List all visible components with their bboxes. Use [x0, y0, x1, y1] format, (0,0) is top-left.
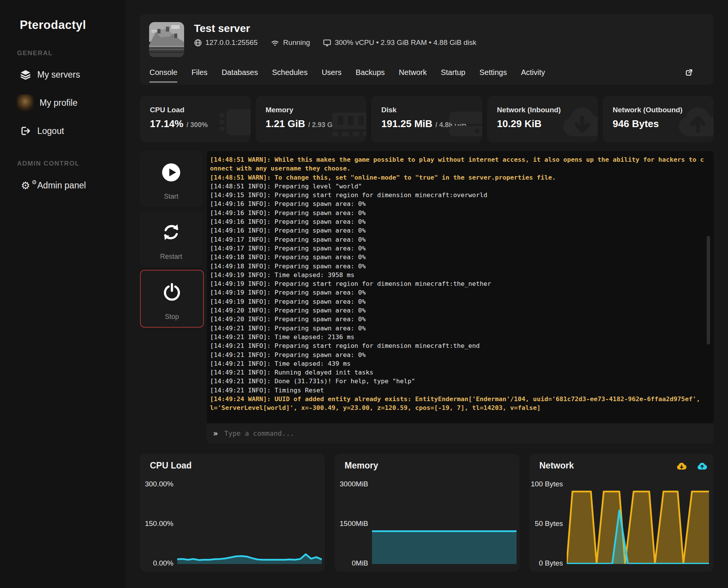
tab-settings[interactable]: Settings: [479, 68, 507, 83]
y-axis-label: 300.00%: [140, 480, 173, 488]
tab-databases[interactable]: Databases: [222, 68, 258, 83]
console-line: [14:49:21 INFO]: Preparing spawn area: 0…: [210, 351, 706, 359]
console-line: [14:49:20 INFO]: Preparing spawn area: 0…: [210, 315, 706, 323]
microchip-icon: [214, 101, 251, 142]
server-meta: 127.0.0.1:25565 Running 300% vCPU • 2.93…: [194, 38, 476, 47]
stat-label: Memory: [265, 106, 293, 114]
start-label: Start: [140, 193, 202, 201]
stat-limit: / 300%: [186, 121, 208, 129]
refresh-icon: [140, 223, 202, 242]
sidebar-item-logout[interactable]: Logout: [0, 122, 126, 140]
restart-label: Restart: [140, 253, 202, 261]
y-axis-label: 0 Bytes: [529, 559, 563, 567]
tab-network[interactable]: Network: [399, 68, 427, 83]
chevron-double-right-icon: »: [213, 429, 218, 438]
stat-value: 17.14%: [150, 118, 183, 129]
power-icon: [141, 282, 203, 301]
console-line: [14:49:15 INFO]: Preparing start region …: [210, 191, 706, 199]
console-line: [14:49:16 INFO]: Preparing spawn area: 0…: [210, 217, 706, 226]
stat-label: Disk: [381, 106, 396, 114]
server-address: 127.0.0.1:25565: [194, 38, 258, 47]
brand-logo[interactable]: Pterodactyl: [20, 18, 86, 32]
console-line: l='ServerLevel[world]', x=-300.49, y=23.…: [210, 403, 706, 412]
memory-chart-card: Memory 3000MiB 1500MiB 0MiB: [335, 454, 520, 572]
console-line: [14:49:19 INFO]: Time elapsed: 3958 ms: [210, 271, 706, 279]
console-line: [14:49:16 INFO]: Preparing spawn area: 0…: [210, 226, 706, 235]
stop-button[interactable]: Stop: [140, 270, 204, 328]
console-line: [14:49:21 INFO]: Running delayed init ta…: [210, 368, 706, 377]
cloud-download-icon: [561, 101, 598, 142]
console-scrollbar[interactable]: [707, 236, 710, 344]
stat-value: 1.21 GiB: [265, 118, 305, 129]
y-axis-label: 3000MiB: [335, 480, 368, 488]
stat-label: Network (Outbound): [613, 106, 683, 114]
tab-backups[interactable]: Backups: [356, 68, 385, 83]
layers-icon: [17, 69, 34, 80]
stats-row: CPU Load 17.14%/ 300% Memory 1.21 GiB/ 2…: [140, 96, 714, 142]
stat-card-memory: Memory 1.21 GiB/ 2.93 GiB: [256, 96, 366, 142]
y-axis-label: 150.00%: [140, 519, 173, 528]
server-header-card: Test server 127.0.0.1:25565 Running 300%…: [140, 14, 714, 85]
cloud-download-icon: [676, 461, 687, 471]
console-line: [14:48:51 WARN]: While this makes the ga…: [210, 155, 706, 164]
console-line: [14:49:18 INFO]: Preparing spawn area: 0…: [210, 262, 706, 271]
globe-icon: [194, 39, 202, 47]
console-line: [14:49:19 INFO]: Preparing spawn area: 0…: [210, 288, 706, 297]
y-axis-label: 1500MiB: [335, 519, 368, 528]
stat-label: Network (Inbound): [497, 106, 561, 114]
console-line: [14:49:24 WARN]: UUID of added entity al…: [210, 395, 706, 403]
command-bar: »: [207, 423, 714, 443]
memory-chart-plot: [372, 483, 517, 564]
cloud-upload-icon: [677, 101, 714, 142]
server-title: Test server: [194, 22, 250, 35]
console-line: [14:49:17 INFO]: Preparing spawn area: 0…: [210, 235, 706, 244]
sidebar-item-my-profile[interactable]: My profile: [0, 94, 126, 112]
console-line: [14:49:19 INFO]: Preparing start region …: [210, 279, 706, 288]
monitor-icon: [323, 39, 331, 47]
stat-card-network-inbound: Network (Inbound) 10.29 KiB: [487, 96, 598, 142]
logout-icon: [17, 126, 34, 136]
sidebar-section-admin-control: ADMIN CONTROL: [17, 160, 79, 167]
stat-value: 10.29 KiB: [497, 118, 542, 129]
play-circle-icon: [140, 163, 202, 182]
sidebar-item-admin-panel[interactable]: ⚙⚙ Admin panel: [0, 176, 126, 194]
console-line: [14:49:16 INFO]: Preparing spawn area: 0…: [210, 209, 706, 217]
cpu-chart-plot: [177, 483, 322, 564]
server-specs: 300% vCPU • 2.93 GiB RAM • 4.88 GiB disk: [323, 38, 476, 47]
console-line: [14:49:21 INFO]: Time elapsed: 2136 ms: [210, 333, 706, 341]
external-link-icon[interactable]: [685, 68, 693, 78]
y-axis-label: 100 Bytes: [529, 480, 563, 488]
sidebar-section-general: GENERAL: [17, 49, 53, 57]
gears-icon: ⚙⚙: [17, 180, 34, 191]
avatar: [17, 94, 33, 111]
harddrive-icon: [446, 101, 482, 142]
sidebar-item-label: My servers: [37, 70, 80, 80]
console-line: [14:49:21 INFO]: Preparing spawn area: 0…: [210, 324, 706, 333]
sidebar-item-my-servers[interactable]: My servers: [0, 65, 126, 84]
stop-label: Stop: [141, 313, 203, 321]
memory-icon: [330, 101, 366, 142]
sidebar-item-label: My profile: [40, 98, 78, 108]
stat-value: 191.25 MiB: [381, 118, 432, 129]
tab-startup[interactable]: Startup: [441, 68, 465, 83]
tab-console[interactable]: Console: [149, 68, 177, 83]
stat-card-network-outbound: Network (Outbound) 946 Bytes: [603, 96, 714, 142]
tab-files[interactable]: Files: [191, 68, 207, 83]
start-button[interactable]: Start: [140, 151, 202, 207]
stat-value: 946 Bytes: [613, 118, 659, 129]
tab-schedules[interactable]: Schedules: [272, 68, 307, 83]
command-input[interactable]: [223, 429, 714, 438]
tab-users[interactable]: Users: [322, 68, 342, 83]
stat-label: CPU Load: [150, 106, 184, 114]
restart-button[interactable]: Restart: [140, 211, 202, 267]
server-status: Running: [270, 38, 310, 47]
console-line: [14:49:18 INFO]: Preparing spawn area: 0…: [210, 253, 706, 261]
console-line: onnect with any username they choose.: [210, 164, 706, 173]
console-line: [14:49:19 INFO]: Preparing spawn area: 0…: [210, 297, 706, 306]
tab-activity[interactable]: Activity: [521, 68, 545, 83]
cloud-upload-icon: [697, 461, 707, 471]
console-terminal[interactable]: [14:48:51 WARN]: While this makes the ga…: [207, 151, 714, 423]
console-line: [14:49:21 INFO]: Timings Reset: [210, 386, 706, 395]
console-line: [14:49:21 INFO]: Done (31.731s)! For hel…: [210, 377, 706, 386]
y-axis-label: 0MiB: [335, 559, 368, 567]
